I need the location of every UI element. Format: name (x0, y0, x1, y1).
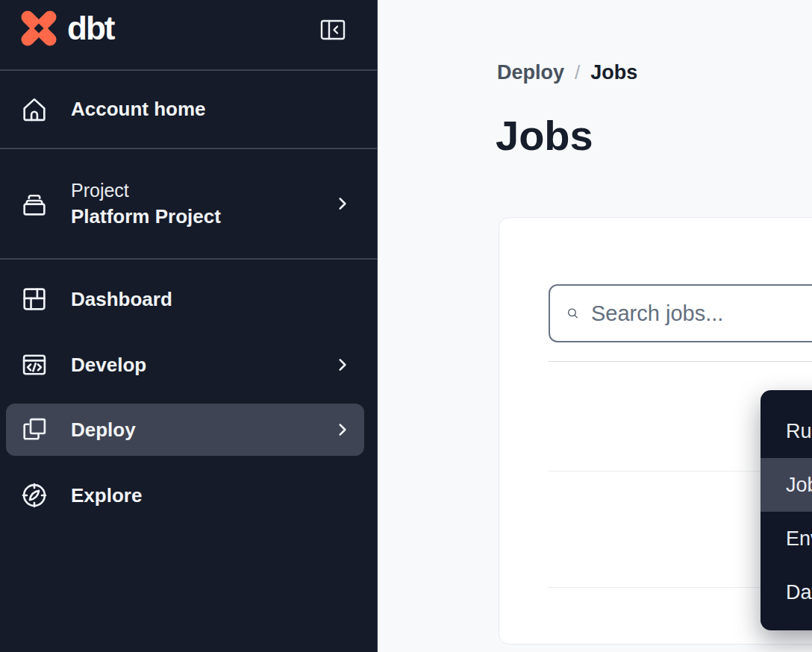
chevron-right-icon (334, 195, 351, 212)
sidebar: dbt Account home Project P (0, 0, 378, 652)
submenu-item-data-sources[interactable]: Data sources (761, 565, 812, 619)
page-title: Jobs (496, 112, 593, 160)
sidebar-item-deploy[interactable]: Deploy (6, 404, 364, 456)
search-icon (566, 301, 579, 325)
sidebar-item-dashboard[interactable]: Dashboard (0, 269, 378, 329)
project-eyebrow-label: Project (71, 178, 221, 203)
breadcrumb: Deploy / Jobs (497, 61, 637, 84)
submenu-item-environments[interactable]: Environments (761, 512, 812, 565)
sidebar-item-label: Account home (71, 98, 206, 121)
divider (0, 258, 377, 260)
develop-icon (19, 350, 49, 380)
compass-icon (19, 480, 49, 510)
main-content: Deploy / Jobs Jobs Run history Jobs Envi… (378, 0, 812, 652)
chevron-right-icon (334, 421, 351, 438)
breadcrumb-separator: / (575, 61, 580, 84)
dbt-logo-mark-icon (19, 9, 58, 48)
divider (549, 361, 812, 362)
collapse-sidebar-icon (320, 19, 346, 41)
project-icon (19, 189, 49, 219)
logo-text: dbt (67, 7, 113, 49)
search-input[interactable] (591, 301, 812, 326)
sidebar-item-label: Develop (71, 354, 146, 377)
search-input-wrapper (549, 284, 812, 342)
chevron-right-icon (334, 357, 351, 373)
sidebar-item-label: Dashboard (71, 288, 172, 311)
home-icon (19, 95, 49, 125)
sidebar-item-account-home[interactable]: Account home (0, 70, 378, 148)
breadcrumb-deploy-link[interactable]: Deploy (497, 61, 564, 84)
sidebar-item-explore[interactable]: Explore (0, 466, 378, 525)
dbt-logo: dbt (19, 7, 113, 49)
sidebar-item-project[interactable]: Project Platform Project (0, 148, 378, 259)
project-name-label: Platform Project (71, 203, 221, 230)
sidebar-item-label: Explore (71, 484, 142, 507)
deploy-submenu: Run history Jobs Environments Data sourc… (761, 390, 812, 630)
breadcrumb-current: Jobs (590, 61, 637, 84)
sidebar-item-develop[interactable]: Develop (0, 335, 378, 395)
sidebar-item-label: Deploy (71, 419, 136, 442)
submenu-item-run-history[interactable]: Run history (761, 404, 812, 458)
deploy-icon (19, 415, 49, 445)
collapse-sidebar-button[interactable] (316, 15, 349, 45)
dashboard-icon (19, 284, 49, 314)
submenu-item-jobs[interactable]: Jobs (761, 458, 812, 512)
